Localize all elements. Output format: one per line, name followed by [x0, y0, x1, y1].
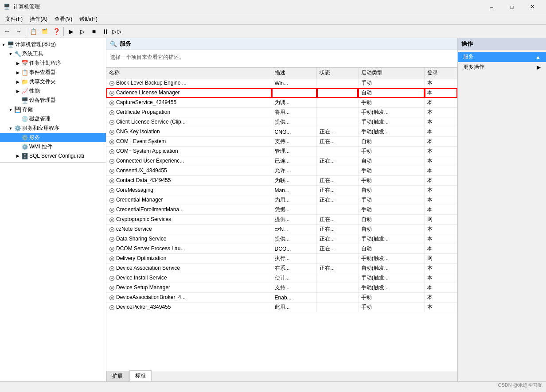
sidebar-item-device-manager[interactable]: ▶ 🖥️ 设备管理器: [0, 96, 106, 105]
toggle-task-scheduler[interactable]: ▶: [14, 60, 21, 67]
label-performance: 性能: [29, 87, 40, 95]
stop-button[interactable]: ■: [89, 26, 99, 37]
menu-item-H[interactable]: 帮助(H): [76, 15, 101, 24]
services-table-container[interactable]: 名称 描述 状态 启动类型 登录 Block Level Backup Engi…: [106, 68, 457, 371]
svg-point-27: [111, 209, 113, 211]
table-row[interactable]: Block Level Backup Engine ...Win...手动本: [106, 78, 457, 88]
sidebar-item-system-tools[interactable]: ▼ 🔧 系统工具: [0, 49, 106, 58]
toggle-sql[interactable]: ▶: [14, 152, 21, 159]
right-panel-more-actions[interactable]: 更多操作 ▶: [458, 62, 546, 72]
cell-status: [317, 108, 359, 117]
maximize-button[interactable]: □: [502, 0, 522, 14]
toggle-services-apps[interactable]: ▼: [7, 125, 14, 132]
label-task-scheduler: 任务计划程序: [29, 59, 61, 67]
right-panel-more-arrow: ▶: [537, 64, 541, 70]
table-row[interactable]: Credential Manager为用...正在...手动本: [106, 195, 457, 205]
menu-item-V[interactable]: 查看(V): [51, 15, 76, 24]
cell-login: 本: [425, 137, 457, 147]
col-header-status[interactable]: 状态: [317, 68, 359, 78]
table-row[interactable]: CaptureService_4349455为调...手动本: [106, 98, 457, 108]
sidebar-item-event-viewer[interactable]: ▶ 📋 事件查看器: [0, 68, 106, 77]
play-button[interactable]: ▶: [66, 26, 76, 37]
sidebar-item-storage[interactable]: ▼ 💾 存储: [0, 105, 106, 114]
table-row[interactable]: Device Setup Manager支持...手动(触发...本: [106, 283, 457, 293]
table-row[interactable]: Certificate Propagation将用...手动(触发...本: [106, 108, 457, 117]
cell-status: [317, 273, 359, 283]
sidebar-item-task-scheduler[interactable]: ▶ 📅 任务计划程序: [0, 58, 106, 68]
toggle-performance[interactable]: ▶: [14, 88, 21, 95]
table-row[interactable]: Client License Service (Clip...提供...手动(触…: [106, 117, 457, 127]
status-bar: [0, 381, 546, 392]
sidebar-item-disk-manager[interactable]: ▶ 💿 磁盘管理: [0, 114, 106, 124]
toggle-root[interactable]: ▼: [0, 41, 7, 48]
table-row[interactable]: Device Association Service在系...正在...自动(触…: [106, 264, 457, 273]
table-row[interactable]: Delivery Optimization执行...手动(触发...网: [106, 254, 457, 264]
cell-desc: Man...: [272, 186, 317, 195]
right-panel: 操作 服务 ▲ 更多操作 ▶: [457, 38, 546, 381]
sidebar-item-performance[interactable]: ▶ 📈 性能: [0, 86, 106, 96]
cell-name: CredentialEnrollmentMana...: [106, 205, 272, 215]
properties-button[interactable]: 🗂️: [39, 26, 50, 37]
sidebar-item-services-apps[interactable]: ▼ ⚙️ 服务和应用程序: [0, 124, 106, 133]
table-row[interactable]: Cryptographic Services提供...正在...自动网: [106, 215, 457, 225]
cell-login: 本: [425, 273, 457, 283]
back-button[interactable]: ←: [2, 26, 12, 37]
table-row[interactable]: CredentialEnrollmentMana...凭据...手动本: [106, 205, 457, 215]
col-header-startup[interactable]: 启动类型: [358, 68, 424, 78]
table-row[interactable]: DevicePicker_4349455此用...手动本: [106, 303, 457, 312]
right-panel-section: 服务 ▲ 更多操作 ▶: [458, 50, 546, 74]
right-panel-services-item[interactable]: 服务 ▲: [458, 52, 546, 62]
help-button[interactable]: ❓: [51, 26, 62, 37]
table-row[interactable]: DeviceAssociationBroker_4...Enab...手动本: [106, 293, 457, 303]
cell-login: 本: [425, 88, 457, 98]
sidebar-item-wmi[interactable]: ▶ ⚙️ WMI 控件: [0, 142, 106, 151]
menu-item-F[interactable]: 文件(F): [2, 15, 26, 24]
cell-name: CNG Key Isolation: [106, 127, 272, 137]
sidebar-item-sql[interactable]: ▶ 🗄️ SQL Server Configurati: [0, 151, 106, 160]
table-row[interactable]: COM+ System Application管理...手动本: [106, 147, 457, 156]
tab-expand[interactable]: 扩展: [106, 371, 129, 381]
svg-point-35: [111, 248, 113, 250]
menu-item-A[interactable]: 操作(A): [26, 15, 51, 24]
table-row[interactable]: ConsentUX_4349455允许 ...手动本: [106, 166, 457, 176]
close-button[interactable]: ✕: [522, 0, 542, 14]
col-header-login[interactable]: 登录: [425, 68, 457, 78]
table-row[interactable]: czNote ServiceczN...正在...自动本: [106, 225, 457, 234]
minimize-button[interactable]: ─: [481, 0, 502, 14]
cell-status: [317, 88, 359, 98]
table-row[interactable]: CNG Key IsolationCNG...正在...手动(触发...本: [106, 127, 457, 137]
cell-login: 本: [425, 176, 457, 186]
svg-point-1: [111, 82, 113, 84]
table-row[interactable]: Cadence License Manager自动本: [106, 88, 457, 98]
cell-status: [317, 205, 359, 215]
watermark: CSDN @米恩学习呢: [498, 382, 542, 388]
table-row[interactable]: CoreMessagingMan...正在...自动本: [106, 186, 457, 195]
table-row[interactable]: Contact Data_4349455为联...正在...手动本: [106, 176, 457, 186]
resume-button[interactable]: ▷▷: [112, 26, 122, 37]
col-header-desc[interactable]: 描述: [272, 68, 317, 78]
col-header-name[interactable]: 名称: [106, 68, 272, 78]
play2-button[interactable]: ▷: [77, 26, 88, 37]
toggle-storage[interactable]: ▼: [7, 106, 14, 113]
table-row[interactable]: COM+ Event System支持...正在...自动本: [106, 137, 457, 147]
show-hide-tree-button[interactable]: 📋: [28, 26, 39, 37]
title-bar-left: 🖥️ 计算机管理: [4, 3, 40, 11]
sidebar-item-shared-folders[interactable]: ▶ 📁 共享文件夹: [0, 77, 106, 86]
table-row[interactable]: Device Install Service使计...手动(触发...本: [106, 273, 457, 283]
table-row[interactable]: DCOM Server Process Lau...DCO...正在...自动本: [106, 244, 457, 254]
sidebar-item-services[interactable]: ▶ ⚙️ 服务: [0, 133, 106, 142]
toggle-shared-folders[interactable]: ▶: [14, 78, 21, 85]
toggle-system-tools[interactable]: ▼: [7, 50, 14, 58]
forward-button[interactable]: →: [13, 26, 24, 37]
table-row[interactable]: Connected User Experienc...已连...正在...自动本: [106, 156, 457, 166]
cell-status: 正在...: [317, 156, 359, 166]
svg-point-31: [111, 229, 113, 230]
sidebar-item-root[interactable]: ▼ 🖥️ 计算机管理(本地): [0, 40, 106, 49]
tab-standard[interactable]: 标准: [129, 370, 152, 381]
cell-status: 正在...: [317, 244, 359, 254]
table-row[interactable]: Data Sharing Service提供...正在...手动(触发...本: [106, 234, 457, 244]
pause-button[interactable]: ⏸: [100, 26, 111, 37]
cell-desc: 使计...: [272, 273, 317, 283]
sidebar-resize-handle[interactable]: [0, 162, 106, 171]
toggle-event-viewer[interactable]: ▶: [14, 69, 21, 76]
